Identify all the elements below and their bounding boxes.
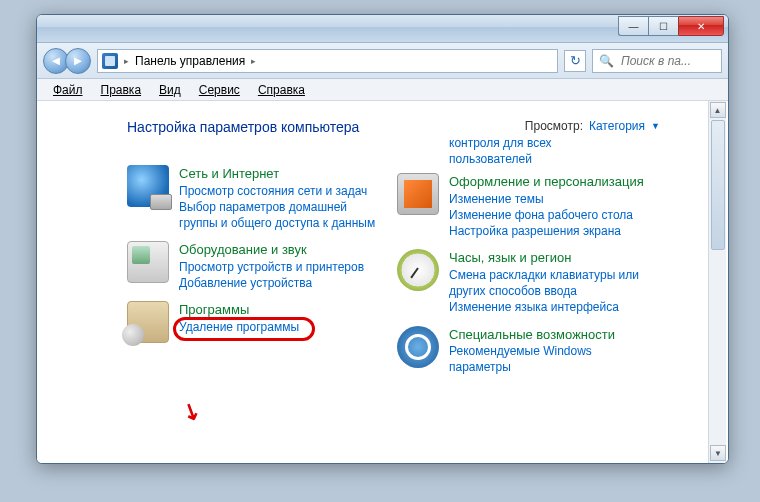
vertical-scrollbar[interactable]: ▲ ▼ <box>708 101 726 463</box>
link-uninstall-program[interactable]: Удаление программы <box>179 319 299 335</box>
menu-file[interactable]: Файл <box>45 81 91 99</box>
category-network: Сеть и Интернет Просмотр состояния сети … <box>127 165 387 231</box>
search-box[interactable]: 🔍 <box>592 49 722 73</box>
close-button[interactable]: ✕ <box>678 16 724 36</box>
left-column: Сеть и Интернет Просмотр состояния сети … <box>127 165 387 386</box>
menu-view[interactable]: Вид <box>151 81 189 99</box>
right-column: контроля для всех пользователей Оформлен… <box>397 165 647 386</box>
forward-button[interactable]: ► <box>65 48 91 74</box>
menu-bar: Файл Правка Вид Сервис Справка <box>37 79 728 101</box>
link-uac-partial-1[interactable]: контроля для всех <box>449 136 552 150</box>
navigation-bar: ◄ ► ▸ Панель управления ▸ ↻ 🔍 <box>37 43 728 79</box>
breadcrumb-sep-2[interactable]: ▸ <box>251 56 256 66</box>
menu-tools[interactable]: Сервис <box>191 81 248 99</box>
link-uac-partial-2[interactable]: пользователей <box>449 152 532 166</box>
address-bar[interactable]: ▸ Панель управления ▸ <box>97 49 558 73</box>
menu-edit[interactable]: Правка <box>93 81 150 99</box>
scroll-down-button[interactable]: ▼ <box>710 445 726 461</box>
category-columns: Сеть и Интернет Просмотр состояния сети … <box>127 165 728 386</box>
link-add-device[interactable]: Добавление устройства <box>179 275 364 291</box>
appearance-icon <box>397 173 439 215</box>
category-programs: Программы Удаление программы <box>127 301 387 343</box>
network-title[interactable]: Сеть и Интернет <box>179 166 279 181</box>
content-area: Настройка параметров компьютера Просмотр… <box>37 101 728 463</box>
breadcrumb-sep: ▸ <box>124 56 129 66</box>
annotation-arrow: ↘ <box>177 395 204 426</box>
dropdown-icon[interactable]: ▼ <box>651 121 660 131</box>
link-homegroup[interactable]: Выбор параметров домашней группы и общег… <box>179 199 387 231</box>
view-by-value[interactable]: Категория <box>589 119 645 133</box>
link-keyboard-layout[interactable]: Смена раскладки клавиатуры или других сп… <box>449 267 647 299</box>
nav-arrows: ◄ ► <box>43 48 91 74</box>
view-by-label: Просмотр: <box>525 119 583 133</box>
titlebar: — ☐ ✕ <box>37 15 728 43</box>
menu-help[interactable]: Справка <box>250 81 313 99</box>
search-icon: 🔍 <box>599 54 614 68</box>
link-change-wallpaper[interactable]: Изменение фона рабочего стола <box>449 207 644 223</box>
scroll-up-button[interactable]: ▲ <box>710 102 726 118</box>
link-change-theme[interactable]: Изменение темы <box>449 191 644 207</box>
link-devices[interactable]: Просмотр устройств и принтеров <box>179 259 364 275</box>
breadcrumb-text[interactable]: Панель управления <box>135 54 245 68</box>
scroll-thumb[interactable] <box>711 120 725 250</box>
category-appearance: Оформление и персонализация Изменение те… <box>397 173 647 239</box>
search-input[interactable] <box>619 53 709 69</box>
accessibility-icon <box>397 326 439 368</box>
view-by-row: Просмотр: Категория ▼ <box>525 119 660 133</box>
link-ui-language[interactable]: Изменение языка интерфейса <box>449 299 647 315</box>
hardware-title[interactable]: Оборудование и звук <box>179 242 307 257</box>
category-accessibility: Специальные возможности Рекомендуемые Wi… <box>397 326 647 376</box>
minimize-button[interactable]: — <box>618 16 648 36</box>
network-icon <box>127 165 169 207</box>
link-recommended[interactable]: Рекомендуемые Windows <box>449 343 615 359</box>
maximize-button[interactable]: ☐ <box>648 16 678 36</box>
control-panel-window: — ☐ ✕ ◄ ► ▸ Панель управления ▸ ↻ 🔍 Файл… <box>36 14 729 464</box>
accessibility-title[interactable]: Специальные возможности <box>449 327 615 342</box>
link-network-status[interactable]: Просмотр состояния сети и задач <box>179 183 387 199</box>
clock-title[interactable]: Часы, язык и регион <box>449 250 571 265</box>
appearance-title[interactable]: Оформление и персонализация <box>449 174 644 189</box>
hardware-icon <box>127 241 169 283</box>
refresh-button[interactable]: ↻ <box>564 50 586 72</box>
control-panel-icon <box>102 53 118 69</box>
window-controls: — ☐ ✕ <box>618 16 724 36</box>
link-recommended-cut[interactable]: параметры <box>449 360 511 374</box>
programs-title[interactable]: Программы <box>179 302 249 317</box>
clock-icon <box>397 249 439 291</box>
link-resolution[interactable]: Настройка разрешения экрана <box>449 223 644 239</box>
category-hardware: Оборудование и звук Просмотр устройств и… <box>127 241 387 291</box>
programs-icon <box>127 301 169 343</box>
category-clock: Часы, язык и регион Смена раскладки клав… <box>397 249 647 315</box>
